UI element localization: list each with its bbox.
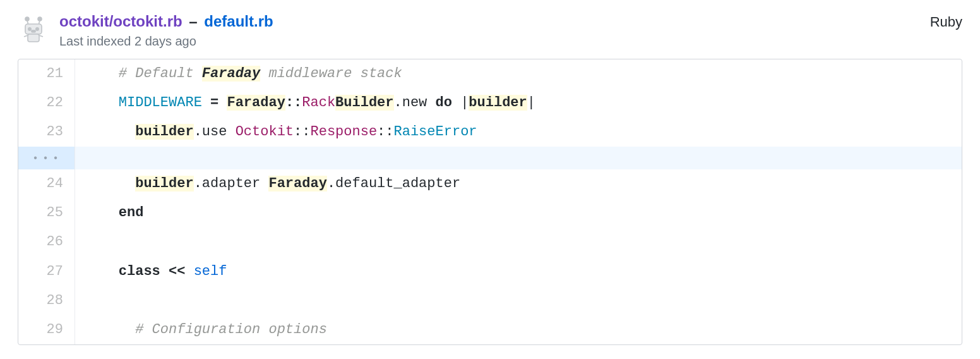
line-number: 26	[18, 228, 75, 257]
expand-spacer	[75, 147, 962, 169]
indexed-subtext: Last indexed 2 days ago	[59, 34, 962, 49]
expand-hunk-button[interactable]: • • •	[18, 147, 962, 169]
title-row: octokit/octokit.rb – default.rb Ruby	[59, 13, 962, 30]
code-line-25[interactable]: 25 end	[18, 198, 962, 228]
code-snippet: 21 # Default Faraday middleware stack 22…	[18, 59, 962, 345]
repo-link[interactable]: octokit/octokit.rb	[59, 13, 182, 30]
code-line-29[interactable]: 29 # Configuration options	[18, 315, 962, 344]
svg-rect-7	[28, 34, 39, 42]
code-line-22[interactable]: 22 MIDDLEWARE = Faraday::RackBuilder.new…	[18, 88, 962, 118]
header-text: octokit/octokit.rb – default.rb Ruby Las…	[59, 13, 962, 49]
code-line-21[interactable]: 21 # Default Faraday middleware stack	[18, 59, 962, 88]
line-number: 22	[18, 88, 75, 118]
line-code	[75, 286, 962, 315]
svg-rect-6	[32, 30, 35, 32]
line-code: # Configuration options	[75, 315, 962, 344]
line-code: end	[75, 198, 962, 228]
line-number: 27	[18, 257, 75, 286]
line-code: builder.use Octokit::Response::RaiseErro…	[75, 118, 962, 147]
code-line-24[interactable]: 24 builder.adapter Faraday.default_adapt…	[18, 169, 962, 198]
code-line-28[interactable]: 28	[18, 286, 962, 315]
line-code	[75, 228, 962, 257]
svg-point-4	[28, 28, 31, 30]
line-code: builder.adapter Faraday.default_adapter	[75, 169, 962, 198]
code-line-26[interactable]: 26	[18, 228, 962, 257]
line-number: 28	[18, 286, 75, 315]
code-line-27[interactable]: 27 class << self	[18, 257, 962, 286]
line-number: 21	[18, 59, 75, 88]
title: octokit/octokit.rb – default.rb	[59, 13, 273, 30]
file-link[interactable]: default.rb	[204, 13, 273, 30]
svg-point-5	[36, 28, 39, 30]
line-number: 23	[18, 118, 75, 147]
line-number: 29	[18, 315, 75, 344]
line-number: 25	[18, 198, 75, 228]
line-code: class << self	[75, 257, 962, 286]
line-code: # Default Faraday middleware stack	[75, 59, 962, 88]
language-label: Ruby	[930, 14, 962, 30]
ellipsis-icon: • • •	[18, 147, 75, 169]
line-number: 24	[18, 169, 75, 198]
line-code: MIDDLEWARE = Faraday::RackBuilder.new do…	[75, 88, 962, 118]
repo-avatar[interactable]	[18, 13, 49, 44]
code-line-23[interactable]: 23 builder.use Octokit::Response::RaiseE…	[18, 118, 962, 147]
result-header: octokit/octokit.rb – default.rb Ruby Las…	[18, 13, 962, 49]
title-separator: –	[185, 13, 202, 30]
